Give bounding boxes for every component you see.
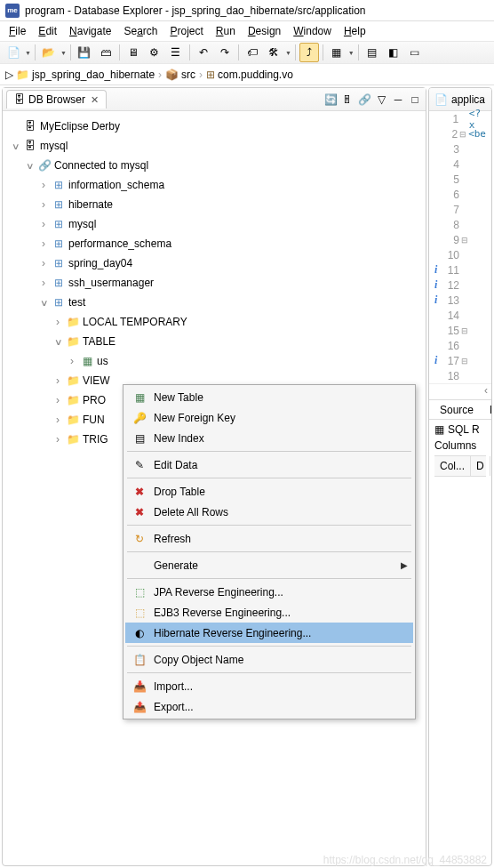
editor-line[interactable]: i13 bbox=[429, 293, 491, 308]
context-menu-item[interactable]: ✎Edit Data bbox=[125, 454, 413, 475]
tree-row[interactable]: 📁LOCAL TEMPORARY bbox=[6, 312, 422, 332]
tool-outline[interactable]: ▤ bbox=[363, 43, 382, 62]
tool-refresh-icon[interactable]: 🔄 bbox=[323, 92, 338, 107]
twisty-icon[interactable] bbox=[52, 317, 63, 327]
twisty-icon[interactable] bbox=[38, 277, 49, 288]
tool-link-icon[interactable]: 🔗 bbox=[357, 92, 371, 107]
fold-icon[interactable]: ⊟ bbox=[461, 236, 468, 245]
db-browser-tab[interactable]: 🗄 DB Browser ✕ bbox=[6, 90, 107, 108]
menu-project[interactable]: Project bbox=[164, 23, 208, 39]
tool-tag[interactable]: 🏷 bbox=[243, 43, 262, 62]
menu-search[interactable]: Search bbox=[118, 23, 163, 39]
context-menu-item[interactable]: ↻Refresh bbox=[125, 528, 413, 549]
menu-design[interactable]: Design bbox=[243, 23, 286, 39]
menu-edit[interactable]: Edit bbox=[33, 23, 62, 39]
editor-line[interactable]: 6 bbox=[429, 187, 491, 202]
tool-perspective[interactable]: ⤴ bbox=[299, 43, 319, 62]
breadcrumb-project[interactable]: ▷ 📁 jsp_spring_dao_hibernate bbox=[5, 68, 155, 81]
tool-deploy[interactable]: 🖥 bbox=[124, 43, 143, 62]
fold-icon[interactable]: ⊟ bbox=[461, 357, 468, 366]
editor-line[interactable]: 1<?x bbox=[429, 111, 491, 126]
breadcrumb-src[interactable]: 📦 src bbox=[165, 68, 195, 81]
maximize-icon[interactable]: □ bbox=[408, 92, 422, 107]
tool-redo[interactable]: ↷ bbox=[215, 43, 235, 62]
twisty-icon[interactable] bbox=[52, 434, 63, 445]
tool-undo[interactable]: ↶ bbox=[194, 43, 213, 62]
menu-navigate[interactable]: Navigate bbox=[64, 23, 116, 39]
tool-save[interactable]: 💾 bbox=[75, 43, 94, 62]
editor-gutter[interactable]: 1<?x2⊟<be3456789⊟10i11i12i131415⊟16i17⊟1… bbox=[429, 111, 491, 383]
editor-line[interactable]: 18 bbox=[429, 368, 491, 383]
menu-window[interactable]: Window bbox=[288, 23, 337, 39]
editor-line[interactable]: 9⊟ bbox=[429, 232, 491, 247]
editor-line[interactable]: 4 bbox=[429, 157, 491, 172]
twisty-icon[interactable] bbox=[38, 180, 49, 190]
tree-row[interactable]: 🔗Connected to mysql bbox=[6, 156, 422, 175]
context-menu-item[interactable]: 📋Copy Object Name bbox=[125, 649, 413, 670]
context-menu-item[interactable]: ◐Hibernate Reverse Engineering... bbox=[125, 623, 413, 643]
view-menu-icon[interactable]: ▽ bbox=[374, 92, 388, 107]
tool-more2[interactable]: ▭ bbox=[405, 43, 425, 62]
editor-line[interactable]: 2⊟<be bbox=[429, 126, 491, 141]
twisty-icon[interactable] bbox=[10, 141, 20, 151]
source-tab2-button[interactable]: N bbox=[484, 402, 492, 418]
context-menu-item[interactable]: ⬚JPA Reverse Engineering... bbox=[125, 582, 413, 602]
tree-row[interactable]: ⊞information_schema bbox=[6, 175, 422, 195]
editor-line[interactable]: 5 bbox=[429, 172, 491, 187]
twisty-icon[interactable] bbox=[38, 199, 49, 210]
tool-list[interactable]: ☰ bbox=[166, 43, 186, 62]
twisty-icon[interactable] bbox=[52, 375, 63, 386]
tool-server[interactable]: ⚙ bbox=[145, 43, 164, 62]
twisty-icon[interactable] bbox=[52, 395, 63, 406]
editor-line[interactable]: 15⊟ bbox=[429, 323, 491, 338]
tool-grid[interactable]: ▦ bbox=[327, 43, 347, 62]
breadcrumb-pkg[interactable]: ⊞ com.pudding.vo bbox=[206, 68, 293, 81]
tree-row[interactable]: 📁TABLE bbox=[6, 332, 422, 351]
tree-row[interactable]: ⊞mysql bbox=[6, 214, 422, 234]
tree-row[interactable]: ▦us bbox=[6, 351, 422, 371]
tree-row[interactable]: 🗄MyEclipse Derby bbox=[6, 117, 422, 136]
editor-line[interactable]: i11 bbox=[429, 262, 491, 277]
column-header-d[interactable]: D bbox=[471, 456, 490, 476]
twisty-icon[interactable] bbox=[52, 336, 63, 347]
context-menu-item[interactable]: ▤New Index bbox=[125, 428, 413, 448]
twisty-icon[interactable] bbox=[67, 356, 77, 366]
context-menu-item[interactable]: 📥Import... bbox=[125, 676, 413, 696]
tool-saveall[interactable]: 🗃 bbox=[96, 43, 116, 62]
column-header-col[interactable]: Col... bbox=[434, 456, 471, 476]
context-menu-item[interactable]: ✖Drop Table bbox=[125, 481, 413, 502]
tool-open[interactable]: 📂 bbox=[39, 43, 59, 62]
tree-row[interactable]: ⊞test bbox=[6, 293, 422, 312]
tool-more1[interactable]: ◧ bbox=[384, 43, 403, 62]
tree-row[interactable]: ⊞spring_day04 bbox=[6, 253, 422, 273]
twisty-icon[interactable] bbox=[38, 258, 49, 269]
minimize-icon[interactable]: ─ bbox=[391, 92, 405, 107]
twisty-icon[interactable] bbox=[38, 219, 49, 229]
context-menu-item[interactable]: 📤Export... bbox=[125, 696, 413, 717]
editor-line[interactable]: 16 bbox=[429, 338, 491, 353]
tree-row[interactable]: 🗄mysql bbox=[6, 136, 422, 156]
tree-row[interactable]: ⊞hibernate bbox=[6, 195, 422, 214]
tool-bug[interactable]: 🛠 bbox=[264, 43, 283, 62]
fold-icon[interactable]: ⊟ bbox=[459, 130, 466, 139]
editor-line[interactable]: 10 bbox=[429, 247, 491, 262]
context-menu-item[interactable]: ▦New Table bbox=[125, 387, 413, 407]
editor-line[interactable]: 3 bbox=[429, 141, 491, 157]
tree-row[interactable]: ⊞performance_schema bbox=[6, 234, 422, 253]
editor-line[interactable]: 14 bbox=[429, 308, 491, 323]
scroll-left-icon[interactable]: ‹ bbox=[484, 384, 488, 399]
context-menu-item[interactable]: 🔑New Foreign Key bbox=[125, 407, 413, 428]
menu-run[interactable]: Run bbox=[211, 23, 241, 39]
tool-filter-icon[interactable]: 🎚 bbox=[340, 92, 355, 107]
twisty-icon[interactable] bbox=[24, 160, 35, 171]
tree-row[interactable]: ⊞ssh_usermanager bbox=[6, 273, 422, 293]
context-menu-item[interactable]: ⬚EJB3 Reverse Engineering... bbox=[125, 602, 413, 623]
context-menu-item[interactable]: ✖Delete All Rows bbox=[125, 502, 413, 522]
editor-line[interactable]: i17⊟ bbox=[429, 353, 491, 368]
twisty-icon[interactable] bbox=[38, 297, 49, 308]
editor-line[interactable]: 8 bbox=[429, 217, 491, 232]
source-tab-button[interactable]: Source bbox=[434, 402, 479, 418]
close-icon[interactable]: ✕ bbox=[91, 94, 99, 106]
editor-line[interactable]: 7 bbox=[429, 202, 491, 217]
menu-file[interactable]: File bbox=[4, 23, 31, 39]
